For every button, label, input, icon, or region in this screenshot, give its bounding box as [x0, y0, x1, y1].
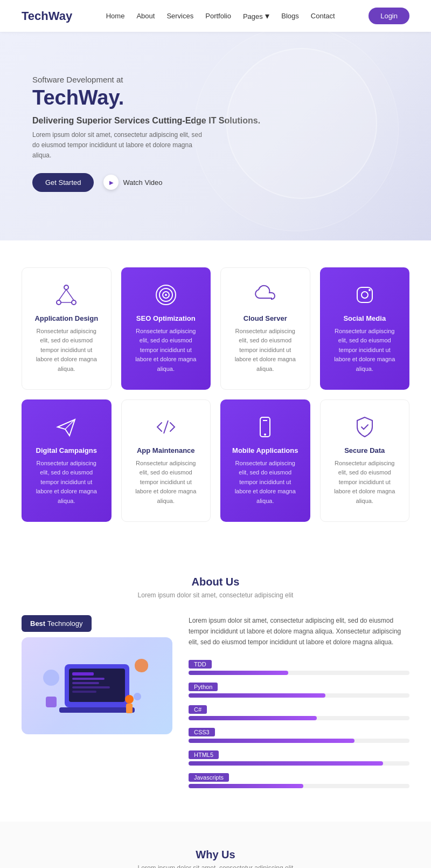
- service-title-maintenance: App Maintenance: [133, 446, 200, 454]
- service-card-maintenance[interactable]: App Maintenance Ronsectetur adipiscing e…: [121, 399, 211, 522]
- logo: TechWay: [22, 9, 72, 23]
- svg-rect-25: [59, 707, 135, 713]
- about-content: Best Technology: [22, 615, 409, 795]
- service-desc-mobile: Ronsectetur adipiscing elit, sed do eius…: [232, 459, 299, 506]
- service-card-social[interactable]: Social Media Ronsectetur adipiscing elit…: [320, 267, 410, 390]
- play-icon: [103, 175, 119, 190]
- skill-bar-item: Javascripts: [189, 772, 409, 788]
- skill-label: HTML5: [189, 750, 219, 759]
- skill-track: [189, 716, 409, 720]
- hero-section: Software Development at TechWay. Deliver…: [0, 32, 431, 240]
- service-card-seo[interactable]: SEO Optimization Ronsectetur adipiscing …: [121, 267, 211, 390]
- svg-rect-31: [135, 659, 148, 672]
- skill-track: [189, 761, 409, 766]
- skill-fill: [189, 716, 317, 720]
- svg-rect-29: [135, 700, 140, 709]
- svg-rect-20: [72, 672, 94, 676]
- skill-label: C#: [189, 705, 207, 714]
- service-title-seo: SEO Optimization: [133, 314, 200, 322]
- service-desc-campaigns: Ronsectetur adipiscing elit, sed do eius…: [33, 459, 100, 506]
- skill-fill: [189, 693, 325, 698]
- about-image-box: Best Technology: [22, 615, 172, 734]
- login-button[interactable]: Login: [369, 8, 409, 24]
- nav-portfolio[interactable]: Portfolio: [205, 12, 231, 20]
- hero-decoration-circle: [226, 48, 377, 199]
- watch-video-button[interactable]: Watch Video: [103, 175, 162, 190]
- svg-rect-30: [43, 670, 59, 686]
- skill-track: [189, 739, 409, 743]
- svg-rect-21: [72, 678, 105, 680]
- get-started-button[interactable]: Get Started: [32, 173, 94, 192]
- service-desc-cloud: Ronsectetur adipiscing elit, sed do eius…: [232, 327, 299, 374]
- service-title-campaigns: Digital Campaigns: [33, 446, 100, 454]
- skill-label: CSS3: [189, 728, 215, 736]
- svg-point-16: [264, 433, 266, 436]
- hero-description: Lorem ipsum dolor sit amet, consectetur …: [32, 130, 205, 161]
- skill-fill: [189, 739, 354, 743]
- target-icon: [154, 283, 178, 307]
- service-desc-app-design: Ronsectetur adipiscing elit, sed do eius…: [33, 327, 100, 374]
- service-title-secure: Secure Data: [331, 446, 399, 454]
- about-text-box: Lorem ipsum dolor sit amet, consectetur …: [189, 615, 409, 795]
- svg-line-4: [66, 290, 74, 300]
- why-sub: Lorem ipsum dolor sit amet, consectetur …: [22, 864, 409, 868]
- watch-video-label: Watch Video: [123, 178, 162, 187]
- skill-bar-item: HTML5: [189, 749, 409, 766]
- badge-best: Best: [30, 619, 45, 628]
- svg-point-2: [72, 300, 76, 305]
- svg-point-0: [64, 285, 68, 290]
- service-desc-secure: Ronsectetur adipiscing elit, sed do eius…: [331, 459, 399, 506]
- about-sub: Lorem ipsum dolor sit amet, consectetur …: [22, 591, 409, 599]
- skill-track: [189, 693, 409, 698]
- navbar: TechWay Home About Services Portfolio Pa…: [0, 0, 431, 32]
- skill-fill: [189, 761, 383, 766]
- service-card-mobile[interactable]: Mobile Applications Ronsectetur adipisci…: [220, 399, 310, 522]
- svg-point-12: [369, 289, 371, 291]
- skill-track: [189, 784, 409, 788]
- services-section: Application Design Ronsectetur adipiscin…: [0, 240, 431, 549]
- nav-services[interactable]: Services: [166, 12, 193, 20]
- nav-pages[interactable]: Pages: [243, 12, 263, 20]
- skill-label: TDD: [189, 660, 212, 669]
- svg-point-1: [57, 300, 61, 305]
- shield-icon: [353, 415, 377, 439]
- service-title-mobile: Mobile Applications: [232, 446, 299, 454]
- service-card-campaigns[interactable]: Digital Campaigns Ronsectetur adipiscing…: [22, 399, 112, 522]
- nav-links: Home About Services Portfolio Pages ▾ Bl…: [106, 11, 335, 21]
- svg-point-9: [165, 294, 167, 296]
- best-tech-badge: Best Technology: [22, 615, 92, 632]
- nav-contact[interactable]: Contact: [311, 12, 335, 20]
- svg-line-14: [164, 421, 168, 433]
- services-grid: Application Design Ronsectetur adipiscin…: [22, 267, 409, 522]
- skill-label: Javascripts: [189, 773, 229, 782]
- service-desc-social: Ronsectetur adipiscing elit, sed do eius…: [331, 327, 399, 374]
- svg-rect-32: [46, 697, 57, 707]
- badge-tech: Technology: [47, 619, 83, 628]
- svg-rect-24: [72, 691, 96, 693]
- why-section: Why Us Lorem ipsum dolor sit amet, conse…: [0, 822, 431, 868]
- service-title-social: Social Media: [331, 314, 399, 322]
- service-card-secure[interactable]: Secure Data Ronsectetur adipiscing elit,…: [320, 399, 410, 522]
- skill-bar-item: TDD: [189, 659, 409, 675]
- about-description: Lorem ipsum dolor sit amet, consectetur …: [189, 615, 409, 648]
- service-card-app-design[interactable]: Application Design Ronsectetur adipiscin…: [22, 267, 112, 390]
- nav-about[interactable]: About: [136, 12, 155, 20]
- service-card-cloud[interactable]: Cloud Server Ronsectetur adipiscing elit…: [220, 267, 310, 390]
- svg-point-26: [125, 695, 134, 704]
- mobile-icon: [253, 415, 277, 439]
- skill-track: [189, 671, 409, 675]
- service-title-cloud: Cloud Server: [232, 314, 299, 322]
- cloud-icon: [253, 283, 277, 307]
- svg-rect-27: [126, 704, 133, 713]
- paper-plane-icon: [54, 415, 78, 439]
- svg-point-28: [134, 693, 141, 700]
- skills-list: TDD Python C# CSS3 HTML5 Javas: [189, 659, 409, 788]
- nav-home[interactable]: Home: [106, 12, 125, 20]
- svg-rect-22: [72, 682, 99, 684]
- isometric-svg: [38, 643, 156, 729]
- nav-blogs[interactable]: Blogs: [281, 12, 299, 20]
- skill-fill: [189, 784, 303, 788]
- about-illustration: [22, 637, 172, 734]
- nodes-icon: [54, 283, 78, 307]
- service-title-app-design: Application Design: [33, 314, 100, 322]
